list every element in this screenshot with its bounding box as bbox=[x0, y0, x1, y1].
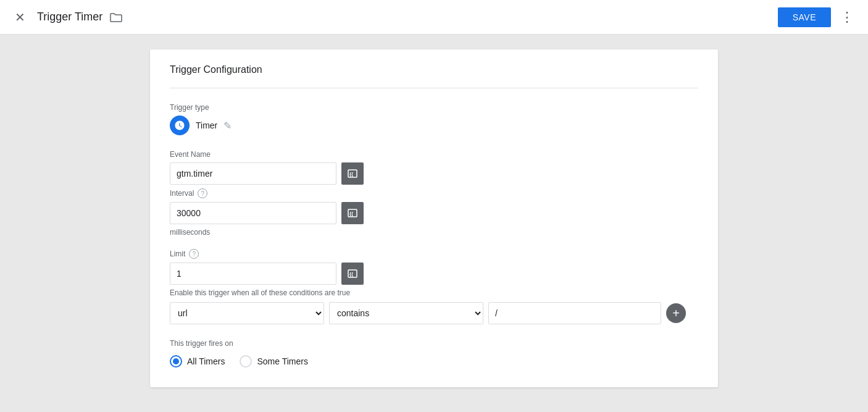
limit-help-icon[interactable]: ? bbox=[189, 249, 199, 259]
conditions-row: url contains + bbox=[170, 302, 698, 324]
event-name-input[interactable] bbox=[170, 162, 336, 185]
trigger-type-row: Timer ✎ bbox=[170, 116, 698, 135]
radio-all-timers-circle[interactable] bbox=[170, 355, 182, 368]
trigger-type-name: Timer bbox=[196, 120, 217, 130]
limit-row: {{ bbox=[170, 263, 698, 285]
folder-icon[interactable] bbox=[110, 12, 122, 22]
condition-operator-select[interactable]: contains bbox=[329, 302, 483, 324]
save-button[interactable]: SAVE bbox=[778, 7, 831, 27]
event-name-variable-button[interactable]: {{ bbox=[341, 162, 364, 185]
fires-on-label: This trigger fires on bbox=[170, 339, 698, 348]
close-button[interactable]: ✕ bbox=[10, 7, 30, 27]
limit-variable-button[interactable]: {{ bbox=[341, 263, 364, 285]
svg-text:{{: {{ bbox=[349, 171, 353, 177]
trigger-config-card: Trigger Configuration Trigger type Timer… bbox=[150, 49, 718, 387]
event-name-row: {{ bbox=[170, 162, 698, 185]
svg-text:{{: {{ bbox=[349, 211, 353, 216]
top-bar-left: ✕ Trigger Timer bbox=[10, 7, 778, 27]
radio-some-timers-label: Some Timers bbox=[257, 356, 307, 366]
conditions-label: Enable this trigger when all of these co… bbox=[170, 288, 698, 297]
top-bar-right: SAVE ⋮ bbox=[778, 6, 858, 28]
card-title: Trigger Configuration bbox=[170, 64, 698, 75]
radio-option-some-timers[interactable]: Some Timers bbox=[240, 355, 307, 368]
limit-input[interactable] bbox=[170, 263, 336, 285]
interval-label: Interval ? bbox=[170, 188, 698, 198]
event-name-label: Event Name bbox=[170, 150, 698, 159]
more-menu-button[interactable]: ⋮ bbox=[836, 6, 858, 28]
limit-label: Limit ? bbox=[170, 249, 698, 259]
divider bbox=[170, 88, 698, 88]
condition-value-input[interactable] bbox=[488, 302, 661, 324]
fires-on-radio-row: All Timers Some Timers bbox=[170, 355, 698, 368]
interval-variable-button[interactable]: {{ bbox=[341, 202, 364, 224]
main-content: Trigger Configuration Trigger type Timer… bbox=[0, 35, 868, 412]
radio-all-timers-label: All Timers bbox=[187, 356, 225, 366]
add-condition-button[interactable]: + bbox=[666, 303, 686, 323]
trigger-type-label: Trigger type bbox=[170, 103, 698, 112]
interval-help-icon[interactable]: ? bbox=[198, 188, 207, 198]
timer-icon bbox=[170, 116, 190, 135]
page-title: Trigger Timer bbox=[37, 11, 102, 23]
radio-option-all-timers[interactable]: All Timers bbox=[170, 355, 225, 368]
radio-some-timers-circle[interactable] bbox=[240, 355, 252, 368]
edit-trigger-type-icon[interactable]: ✎ bbox=[223, 120, 232, 132]
interval-input[interactable] bbox=[170, 202, 336, 224]
condition-url-select[interactable]: url bbox=[170, 302, 324, 324]
top-bar: ✕ Trigger Timer SAVE ⋮ bbox=[0, 0, 868, 35]
interval-note: milliseconds bbox=[170, 228, 698, 237]
svg-text:{{: {{ bbox=[349, 271, 353, 277]
interval-row: {{ bbox=[170, 202, 698, 224]
